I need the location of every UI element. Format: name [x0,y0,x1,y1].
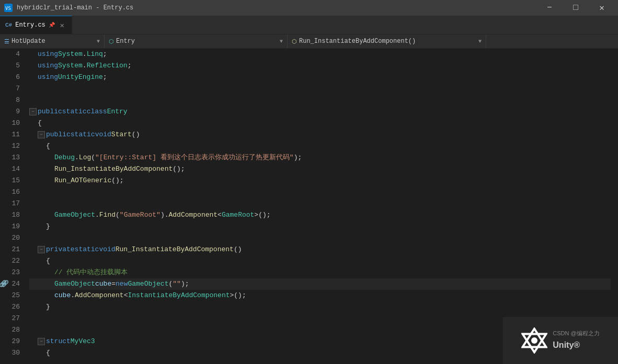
code-line: Debug.Log("[Entry::Start] 看到这个日志表示你成功运行了… [29,152,611,163]
code-line: // 代码中动态挂载脚本 [29,267,611,278]
nav-namespace-dropdown[interactable]: ☰ HotUpdate ▼ [0,34,105,48]
nav-right-arrow: ▼ [478,39,482,44]
unity-logo-icon [521,327,547,354]
indent-spacer [46,209,54,221]
indent-spacer [46,290,54,301]
collapse-button[interactable]: − [38,338,45,345]
line-number: 11 [0,129,23,140]
line-number: 19 [0,221,23,232]
nav-method-dropdown[interactable]: ⬡ Run_InstantiateByAddComponent() ▼ [288,34,486,48]
line-number: 23 [0,267,23,278]
indent-spacer [29,129,38,140]
code-token: InstantiateByAddComponent [128,290,230,301]
svg-text:VS: VS [5,6,11,11]
code-token: . [83,49,87,60]
title-bar: VS hybridclr_trial-main - Entry.cs − □ ✕ [0,0,618,16]
code-token: System [58,60,83,72]
indent-spacer [38,175,46,186]
nav-class-dropdown[interactable]: ⬡ Entry ▼ [105,34,288,48]
indent-spacer [29,278,38,290]
nav-method-label: Run_InstantiateByAddComponent() [299,38,416,45]
indent-spacer [29,301,38,313]
indent-spacer [29,221,38,232]
code-token: (); [173,163,185,175]
indent-spacer [29,175,38,186]
code-token: } [46,221,50,232]
indent-spacer [38,290,46,301]
indent-spacer [29,290,38,301]
line-number: 18 [0,209,23,221]
code-token: cube [54,290,71,301]
tab-bar: C# Entry.cs 📌 ✕ [0,16,618,34]
indent-spacer [46,163,54,175]
code-token: using [38,60,58,72]
code-token: void [95,129,111,140]
code-token: "[Entry::Start] 看到这个日志表示你成功运行了热更新代码" [95,152,294,163]
pin-icon[interactable]: 📌 [49,22,55,28]
code-token: { [46,347,50,359]
window-controls: − □ ✕ [537,0,614,16]
code-token: < [218,209,222,221]
indent-spacer [38,163,46,175]
indent-spacer [29,255,38,267]
code-token: ). [161,209,169,221]
indent-spacer [29,72,38,83]
code-line: −public static class Entry [29,106,611,118]
code-token: struct [46,336,71,347]
line-number: 10 [0,118,23,129]
code-token: GameRoot [222,209,254,221]
code-token: Log [79,152,91,163]
code-token: Find [99,209,116,221]
code-token: ; [103,72,107,83]
line-number: 21 [0,244,23,255]
line-number: 22 [0,255,23,267]
close-button[interactable]: ✕ [590,0,614,16]
nav-left-arrow: ▼ [97,39,100,44]
code-line: using UnityEngine; [29,72,611,83]
tab-close-button[interactable]: ✕ [58,21,66,29]
code-line [29,232,611,244]
code-token: public [46,129,71,140]
code-token: void [99,244,115,255]
maximize-button[interactable]: □ [564,0,588,16]
code-token: ); [294,152,302,163]
collapse-button[interactable]: − [38,131,45,138]
collapse-button[interactable]: − [29,108,37,115]
code-token: GameObject [54,209,95,221]
code-line: { [29,118,611,129]
code-token: AddComponent [75,290,124,301]
code-line: } [29,221,611,232]
code-token: System [58,49,83,60]
app-icon: VS [4,4,13,12]
code-line: using System.Reflection; [29,60,611,72]
indent-spacer [29,244,38,255]
namespace-icon: ☰ [4,38,9,45]
indent-spacer [29,347,38,359]
line-number: 17 [0,198,23,209]
indent-spacer [38,152,46,163]
code-token: static [62,106,87,118]
indent-spacer [38,267,46,278]
tab-entry[interactable]: C# Entry.cs 📌 ✕ [0,16,72,34]
line-number: 14 [0,163,23,175]
indent-spacer [38,140,46,152]
code-token: using [38,72,58,83]
indent-spacer [38,278,46,290]
collapse-button[interactable]: − [38,246,45,253]
indent-spacer [29,49,38,60]
code-token: // 代码中动态挂载脚本 [54,267,128,278]
line-number: 16 [0,186,23,198]
line-number: 13 [0,152,23,163]
csdn-label: CSDN @编程之力 [553,329,599,338]
code-token: () [234,244,242,255]
code-token: Linq [87,49,103,60]
code-token: < [124,290,128,301]
code-token: "" [173,278,181,290]
indent-spacer [38,255,46,267]
line-number: 29 [0,336,23,347]
window-title: hybridclr_trial-main - Entry.cs [17,4,533,11]
code-token: MyVec3 [71,336,95,347]
code-token: () [132,129,140,140]
minimize-button[interactable]: − [537,0,562,16]
code-token: Start [111,129,132,140]
